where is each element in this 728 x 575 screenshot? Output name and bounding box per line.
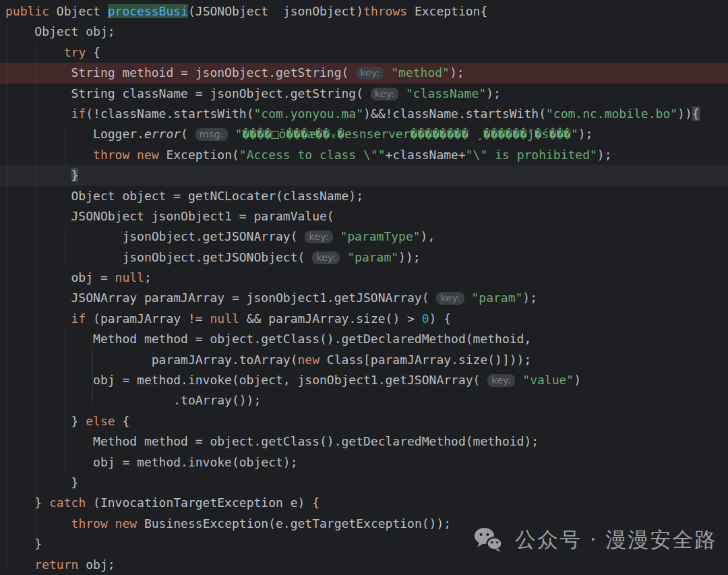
code-token: )); — [398, 250, 421, 264]
code-token — [464, 291, 472, 305]
code-line[interactable]: String methoid = jsonObject.getString( k… — [0, 63, 728, 83]
code-token: } — [5, 414, 86, 428]
code-line[interactable]: Logger.error( msg: "����□ō���æ��ₓ�esnser… — [0, 124, 728, 144]
code-line[interactable]: .toArray()); — [0, 390, 728, 411]
code-token: "className" — [406, 86, 486, 100]
parameter-hint-badge: key: — [371, 88, 398, 100]
code-token: try — [64, 45, 86, 59]
watermark-text: 公众号 · 漫漫安全路 — [515, 526, 717, 554]
code-line[interactable]: JSONObject jsonObject1 = paramValue( — [0, 206, 728, 226]
code-token: } — [5, 475, 78, 489]
code-token — [5, 45, 64, 59]
code-token: Exception( — [159, 148, 239, 162]
code-token — [228, 127, 235, 141]
code-token: BusinessException(e.getTargetException()… — [137, 516, 451, 531]
code-line[interactable]: Object object = getNCLocater(className); — [0, 186, 728, 206]
code-token: ); — [597, 148, 612, 162]
code-token: "param" — [347, 250, 398, 264]
code-token — [108, 516, 115, 531]
code-line[interactable]: String className = jsonObject.getString(… — [0, 84, 728, 104]
code-token: "param" — [471, 291, 522, 305]
code-token: ); — [450, 65, 464, 80]
wechat-watermark: 公众号 · 漫漫安全路 — [473, 526, 717, 554]
code-token: )&&!className.startsWith( — [363, 107, 546, 121]
code-token — [5, 516, 71, 531]
parameter-hint-badge: key: — [305, 231, 332, 243]
code-token: Object obj; — [5, 24, 115, 38]
code-line[interactable]: obj = method.invoke(object); — [0, 452, 728, 473]
code-line[interactable]: Method method = object.getClass().getDec… — [0, 329, 728, 349]
code-token — [515, 373, 522, 387]
code-line[interactable]: throw new Exception("Access to class \""… — [0, 145, 728, 165]
code-token: && paramJArray.size() > — [239, 311, 422, 326]
code-token: throw — [93, 148, 129, 162]
code-token: "method" — [391, 65, 450, 80]
code-token: ), — [421, 229, 435, 243]
indent-guide-line — [92, 348, 93, 403]
code-line[interactable]: try { — [0, 42, 728, 63]
code-line[interactable]: } — [0, 165, 728, 185]
code-token — [384, 65, 391, 80]
code-area[interactable]: public Object processBusi(JSONObject jso… — [0, 1, 728, 575]
parameter-hint-badge: key: — [487, 374, 515, 387]
code-token: } — [71, 168, 79, 182]
code-token: "value" — [522, 373, 574, 387]
code-editor: public Object processBusi(JSONObject jso… — [0, 0, 728, 575]
code-token: { — [86, 45, 100, 59]
indent-guide-line — [7, 23, 7, 572]
code-token: "com.nc.mobile.bo" — [546, 107, 677, 121]
code-token: new — [115, 516, 138, 531]
code-token: JSONObject jsonObject1 = paramValue( — [5, 209, 334, 223]
code-line[interactable]: } — [0, 473, 728, 493]
code-token: Object object = getNCLocater(className); — [5, 189, 363, 203]
code-token: (paramJArray != — [86, 311, 210, 326]
code-line[interactable]: if(!className.startsWith("com.yonyou.ma"… — [0, 104, 728, 124]
code-token — [340, 250, 347, 264]
code-line[interactable]: return obj; — [0, 555, 728, 575]
code-token — [5, 148, 93, 162]
code-token: new — [137, 148, 159, 162]
code-token: (InvocationTargetException e) { — [86, 495, 320, 510]
wechat-icon — [473, 527, 504, 553]
code-token: "\" is prohibited" — [466, 148, 597, 162]
code-line[interactable]: if (paramJArray != null && paramJArray.s… — [0, 309, 728, 329]
code-token: Method method = object.getClass().getDec… — [5, 332, 531, 346]
code-line[interactable]: paramJArray.toArray(new Class[paramJArra… — [0, 350, 728, 370]
code-line[interactable]: jsonObject.getJSONObject( key: "param"))… — [0, 247, 728, 268]
indent-guide-line — [36, 43, 36, 550]
code-token — [398, 86, 406, 100]
indent-guide-line — [65, 328, 66, 473]
code-token: throw — [71, 516, 108, 531]
code-line[interactable]: Object obj; — [0, 22, 728, 42]
code-line[interactable]: JSONArray paramJArray = jsonObject1.getJ… — [0, 288, 728, 308]
code-line[interactable]: obj = method.invoke(object, jsonObject1.… — [0, 370, 728, 390]
parameter-hint-badge: key: — [312, 251, 340, 264]
code-token: public — [5, 4, 49, 18]
code-token: null — [210, 311, 239, 326]
code-token — [129, 148, 137, 162]
parameter-hint-badge: key: — [356, 67, 384, 80]
code-line[interactable]: public Object processBusi(JSONObject jso… — [0, 1, 728, 22]
code-token: ) — [574, 373, 581, 387]
code-token: null — [115, 270, 144, 284]
code-line[interactable]: obj = null; — [0, 268, 728, 288]
code-token: +className+ — [386, 148, 466, 162]
code-token: "����□ō���æ��ₓ�esnserver�������� ¸������… — [235, 127, 578, 141]
code-token: return — [34, 557, 78, 572]
code-token: obj = method.invoke(object); — [5, 455, 297, 469]
code-token: String className = jsonObject.getString( — [5, 86, 371, 100]
code-token: jsonObject.getJSONArray( — [5, 229, 305, 243]
code-token: jsonObject.getJSONObject( — [5, 250, 312, 264]
code-line[interactable]: } catch (InvocationTargetException e) { — [0, 493, 728, 513]
code-line[interactable]: Method method = object.getClass().getDec… — [0, 431, 728, 452]
code-token: } — [5, 537, 42, 551]
code-token: .toArray()); — [5, 393, 261, 407]
code-token: catch — [49, 495, 86, 510]
code-line[interactable]: jsonObject.getJSONArray( key: "paramType… — [0, 226, 728, 247]
code-token — [5, 557, 34, 572]
code-token: Object — [49, 4, 108, 18]
code-line[interactable]: } else { — [0, 411, 728, 431]
parameter-hint-badge: msg: — [195, 128, 228, 141]
code-token: throws — [363, 4, 407, 18]
code-token: if — [71, 311, 86, 326]
